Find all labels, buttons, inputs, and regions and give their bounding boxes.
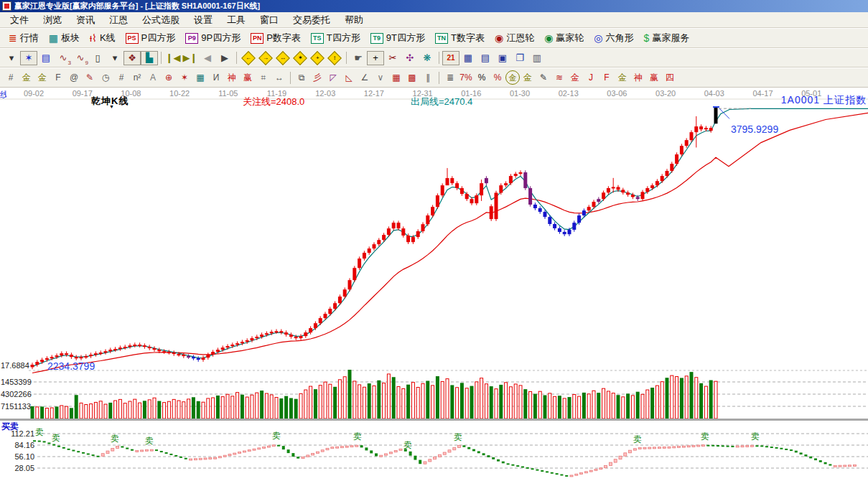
notes-icon[interactable]: ▤ (477, 51, 494, 65)
box-web-icon[interactable]: ▦ (192, 70, 208, 85)
diamond-right-icon[interactable]: → (257, 51, 274, 65)
ruler-icon[interactable]: # (3, 70, 19, 85)
last-page-icon[interactable]: ▶❙ (182, 51, 199, 65)
toolbar-button-quotes[interactable]: ≣行情 (4, 30, 43, 46)
diamond-cross-icon[interactable]: + (309, 51, 326, 65)
arrow-ruler-icon[interactable]: ↔ (271, 70, 287, 85)
diamond-lr-icon[interactable]: ↔ (274, 51, 291, 65)
toolbar-button-t-square[interactable]: TST四方形 (307, 30, 365, 46)
print-icon[interactable]: ▥ (528, 51, 546, 65)
wave-lines-icon[interactable]: ≋ (551, 70, 567, 85)
first-page-icon[interactable]: ❙◀ (164, 51, 182, 65)
angle-lines-icon[interactable]: ∠ (357, 70, 373, 85)
zigzag-icon[interactable]: ∨ (373, 70, 388, 85)
title-bar[interactable]: 赢家江恩专业版[赢家内部服务平台] - [上证指数 SH1A0001-167日K… (0, 0, 868, 12)
time-circle-icon[interactable]: ◷ (98, 70, 113, 85)
toolbar-button-winner-wheel[interactable]: ◉赢家轮 (540, 30, 588, 46)
fan-box-2-icon[interactable]: ◺ (341, 70, 357, 85)
mirror-icon[interactable]: A (145, 70, 161, 85)
n-mark-icon[interactable]: И (208, 70, 224, 85)
n-squared-icon[interactable]: n² (129, 70, 145, 85)
toolbar-button-winner-service[interactable]: $赢家服务 (640, 30, 694, 46)
menu-item-窗口[interactable]: 窗口 (253, 12, 286, 28)
spiral-icon[interactable]: @ (66, 70, 82, 85)
toolbar-button-9t-square[interactable]: T99T四方形 (366, 30, 429, 46)
next-page-icon[interactable]: ▶ (216, 51, 233, 65)
calculator-icon[interactable]: ▦ (459, 51, 477, 65)
f-angle-icon[interactable]: F (599, 70, 615, 85)
volume-style-icon[interactable]: ▙ (141, 51, 158, 65)
diamond-left-icon[interactable]: ← (240, 51, 257, 65)
brush-icon[interactable]: ✎ (536, 70, 551, 85)
gold-circle-icon[interactable]: 金 (505, 70, 520, 85)
style-dropdown-icon[interactable]: ▾ (106, 51, 123, 65)
menu-item-工具[interactable]: 工具 (220, 12, 253, 28)
gann-knot-icon[interactable]: ✶ (20, 51, 37, 65)
seq-chart-icon[interactable]: ≣ (442, 70, 458, 85)
star-web-icon[interactable]: ✶ (177, 70, 192, 85)
hand-tool-icon[interactable]: ☛ (350, 51, 367, 65)
j-angle-icon[interactable]: J (583, 70, 599, 85)
toolbar-button-sectors[interactable]: ▦板块 (45, 30, 84, 46)
chart-area[interactable]: 09-0209-1710-0810-2211-0511-1912-0312-17… (0, 88, 868, 481)
menu-item-帮助[interactable]: 帮助 (337, 12, 370, 28)
toolbar-button-p-table[interactable]: PNP数字表 (246, 30, 305, 46)
dropdown-icon[interactable]: ▾ (3, 51, 20, 65)
percent-icon[interactable]: % (474, 70, 490, 85)
pencil-icon[interactable]: ✎ (82, 70, 98, 85)
wave-3-icon[interactable]: ∿3 (55, 51, 72, 65)
pattern-box-icon[interactable]: ❖ (123, 51, 141, 65)
circle-cross-icon[interactable]: ⊕ (161, 70, 177, 85)
shen-angle-icon[interactable]: 神 (630, 70, 646, 85)
list-doc-icon[interactable]: ▤ (37, 51, 55, 65)
menu-item-交易委托[interactable]: 交易委托 (286, 12, 337, 28)
toolbar-button-t-table[interactable]: TNT数字表 (431, 30, 489, 46)
calendar-icon[interactable]: 21 (442, 51, 459, 65)
fan-lines-icon[interactable]: 彡 (309, 70, 325, 85)
crosshair-tool-icon[interactable]: + (367, 51, 384, 65)
si-angle-icon[interactable]: 四 (662, 70, 678, 85)
parallel-icon[interactable]: ∥ (420, 70, 436, 85)
menu-item-文件[interactable]: 文件 (3, 12, 36, 28)
chart-canvas[interactable]: 09-0209-1710-0810-2211-0511-1912-0312-17… (0, 88, 868, 481)
toolbar-button-p-square[interactable]: PSP四方形 (121, 30, 180, 46)
toolbar-button-9p-square[interactable]: P99P四方形 (181, 30, 245, 46)
prev-page-icon[interactable]: ◀ (199, 51, 216, 65)
toolbar-button-gann-wheel[interactable]: ◉江恩轮 (490, 30, 538, 46)
pattern-tool-icon[interactable]: ❋ (419, 51, 436, 65)
toolbar-button-hexagon[interactable]: ◎六角形 (589, 30, 638, 46)
fan-box-1-icon[interactable]: ◸ (325, 70, 341, 85)
shen-ruler-icon[interactable]: 神 (224, 70, 240, 85)
grid-red-2-icon[interactable]: ▩ (404, 70, 420, 85)
gold-ruler-2-icon[interactable]: 金 (34, 70, 50, 85)
menu-item-资讯[interactable]: 资讯 (69, 12, 102, 28)
ying-angle-icon[interactable]: 赢 (646, 70, 662, 85)
ruler-123-icon[interactable]: ⌗ (256, 70, 271, 85)
diamond-star-icon[interactable]: ✶ (291, 51, 309, 65)
menu-item-设置[interactable]: 设置 (187, 12, 220, 28)
gold-ruler-1-icon[interactable]: 金 (19, 70, 34, 85)
candle-style-icon[interactable]: ▯ (89, 51, 106, 65)
gold-line-icon[interactable]: 金 (520, 70, 536, 85)
menu-item-公式选股[interactable]: 公式选股 (135, 12, 187, 28)
left-tab-partial[interactable]: 线 (0, 89, 6, 101)
toolbar-button-kline[interactable]: ᵻ⌇K线 (85, 30, 120, 46)
gold-angle-icon[interactable]: 金 (615, 70, 630, 85)
pct-triangle-icon[interactable]: 7% (458, 70, 474, 85)
diamond-ud-icon[interactable]: ↕ (326, 51, 343, 65)
f-ruler-icon[interactable]: F (50, 70, 66, 85)
windows-icon[interactable]: ❐ (511, 51, 528, 65)
menu-item-浏览[interactable]: 浏览 (36, 12, 69, 28)
gann-tool-icon[interactable]: ✣ (401, 51, 419, 65)
grid-red-1-icon[interactable]: ▦ (388, 70, 404, 85)
chevron-down-icon[interactable]: ▼ (109, 104, 114, 109)
measure-tool-icon[interactable]: ✂ (384, 51, 401, 65)
gold-red-icon[interactable]: 金 (567, 70, 583, 85)
save-icon[interactable]: ▣ (494, 51, 511, 65)
menu-item-江恩[interactable]: 江恩 (102, 12, 135, 28)
ruler-h-icon[interactable]: # (113, 70, 129, 85)
ying-ruler-icon[interactable]: 赢 (240, 70, 256, 85)
wave-9-icon[interactable]: ∿9 (72, 51, 89, 65)
box-tool-icon[interactable]: ⧉ (294, 70, 309, 85)
percent-lines-icon[interactable]: % (490, 70, 505, 85)
